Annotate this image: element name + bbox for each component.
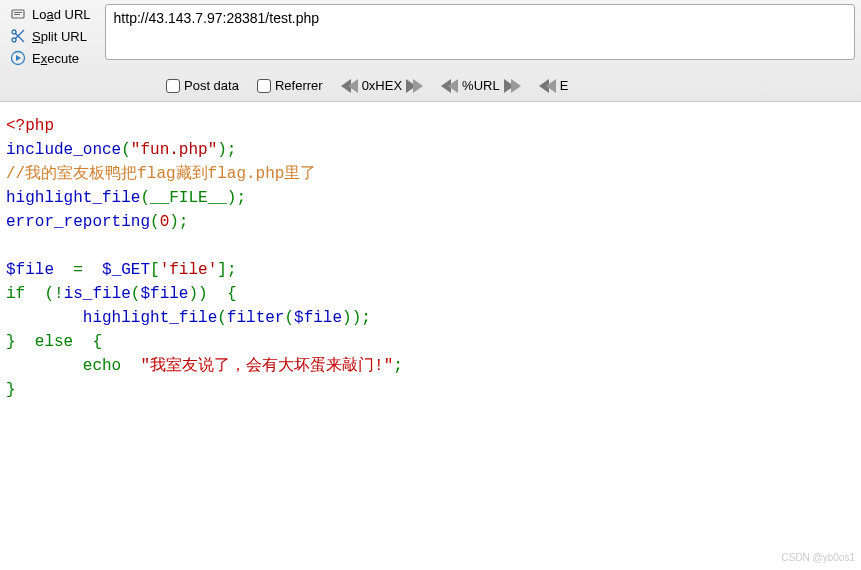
arrow-right-icon [504,79,521,93]
fn-include-once: include_once [6,141,121,159]
url-input[interactable] [105,4,855,60]
toolbar-bottom-row: Post data Referrer 0xHEX %URL E [6,78,855,93]
arrow-right-icon [406,79,423,93]
execute-icon [10,50,26,66]
kw-if: if [6,285,25,303]
load-url-icon [10,6,26,22]
var-file: $file [6,261,54,279]
split-url-button[interactable]: Split URL [6,26,95,46]
url-encode-label: %URL [462,78,500,93]
checkbox-box-icon [166,79,180,93]
scissors-icon [10,28,26,44]
toolbar-top-row: Load URL Split URL Execute [6,4,855,68]
fn-highlight-file: highlight_file [6,189,140,207]
execute-button[interactable]: Execute [6,48,95,68]
referrer-checkbox[interactable]: Referrer [257,78,323,93]
referrer-label: Referrer [275,78,323,93]
php-source-code: <?php include_once("fun.php"); //我的室友板鸭把… [0,102,861,414]
kw-echo: echo [83,357,121,375]
hackbar-toolbar: Load URL Split URL Execute Post data [0,0,861,102]
arrow-left-icon [539,79,556,93]
php-open-tag: <?php [6,117,54,135]
hex-encode-button[interactable]: 0xHEX [341,78,423,93]
arrow-left-icon [341,79,358,93]
post-data-checkbox[interactable]: Post data [166,78,239,93]
svg-point-4 [12,38,16,42]
fn-error-reporting: error_reporting [6,213,150,231]
load-url-button[interactable]: Load URL [6,4,95,24]
svg-rect-2 [14,14,20,15]
checkbox-box-icon [257,79,271,93]
extra-encode-button[interactable]: E [539,78,569,93]
comment-line: //我的室友板鸭把flag藏到flag.php里了 [6,165,316,183]
execute-label: Execute [32,51,79,66]
arrow-left-icon [441,79,458,93]
split-url-label: Split URL [32,29,87,44]
post-data-label: Post data [184,78,239,93]
svg-rect-1 [14,12,22,13]
url-encode-button[interactable]: %URL [441,78,521,93]
echo-string: "我室友说了，会有大坏蛋来敲门!" [140,357,393,375]
kw-else: else [35,333,73,351]
svg-point-3 [12,30,16,34]
toolbar-actions: Load URL Split URL Execute [6,4,95,68]
hex-label: 0xHEX [362,78,402,93]
load-url-label: Load URL [32,7,91,22]
